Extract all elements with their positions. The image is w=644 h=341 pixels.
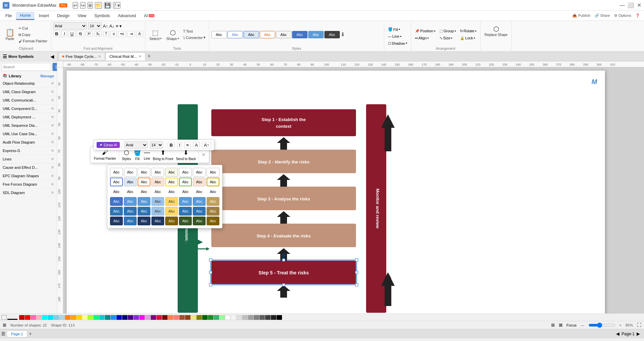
style-cell-2[interactable]: Abc <box>227 31 243 38</box>
line-button[interactable]: — Line ▾ <box>386 33 409 39</box>
sidebar-item-uml-comm[interactable]: UML Communicati...✕ <box>0 96 57 105</box>
ft2-bring-front[interactable]: ⬆ Bring to Front <box>153 149 173 161</box>
ft-font-select[interactable]: Arial <box>124 141 148 149</box>
grid-toggle-button[interactable]: ⊞ <box>3 323 6 328</box>
text-button[interactable]: T Text <box>182 29 207 34</box>
color-cyan-light[interactable] <box>42 315 47 320</box>
close-button[interactable]: ✕ <box>637 2 641 8</box>
color-indigo[interactable] <box>128 315 133 320</box>
color-pink[interactable] <box>31 315 36 320</box>
color-light-gray2[interactable] <box>237 315 242 320</box>
prev-page-button[interactable]: ◀ <box>616 331 619 336</box>
sidebar-item-uml-deployment[interactable]: UML Deployment ...✕ <box>0 113 57 121</box>
page-menu-button[interactable]: ☰ <box>1 331 5 336</box>
subscript-button[interactable]: X₂ <box>94 31 102 36</box>
color-forest[interactable] <box>208 315 213 320</box>
close-five-forces[interactable]: ✕ <box>51 182 54 187</box>
text-size-button[interactable]: T <box>103 31 109 36</box>
color-white[interactable] <box>225 315 230 320</box>
strikethrough-button[interactable]: S <box>77 31 84 37</box>
color-blue[interactable] <box>111 315 116 320</box>
ft2-close[interactable]: ✕ <box>202 152 206 157</box>
ft2-fill[interactable]: 🪣 Fill <box>134 149 141 161</box>
sidebar-item-uml-sequence[interactable]: UML Sequence Dia...✕ <box>0 121 57 130</box>
manage-button[interactable]: Manage <box>40 74 54 78</box>
list-button[interactable]: ≡ <box>110 31 117 37</box>
color-violet[interactable] <box>134 315 139 320</box>
undo-button[interactable]: ↩ <box>73 2 78 9</box>
color-light-blue[interactable] <box>53 315 59 320</box>
color-navy[interactable] <box>122 315 128 320</box>
color-dark-teal[interactable] <box>105 315 110 320</box>
color-sienna[interactable] <box>179 315 185 320</box>
sp-2-8[interactable]: Abc <box>207 178 219 186</box>
sp-6-3[interactable]: Abc <box>138 217 150 225</box>
lock-button[interactable]: 🔒 Lock ▾ <box>458 35 478 41</box>
close-lines[interactable]: ✕ <box>51 157 54 161</box>
sp-3-3[interactable]: Abc <box>138 187 150 196</box>
sp-1-3[interactable]: Abc <box>138 168 150 177</box>
style-cell-7[interactable]: Abc <box>308 31 324 38</box>
color-gray1[interactable] <box>242 315 248 320</box>
color-light-gray1[interactable] <box>231 315 236 320</box>
color-cyan[interactable] <box>48 315 53 320</box>
styles-expand-button[interactable]: ⬇ <box>341 31 345 38</box>
sp-1-8[interactable]: Abc <box>207 168 219 177</box>
sp-4-7[interactable]: Abc <box>193 197 206 206</box>
sidebar-item-uml-component[interactable]: UML Component D...✕ <box>0 105 57 113</box>
connector-button[interactable]: ⤵ Connector ▾ <box>182 35 207 40</box>
shape-button[interactable]: ⬡ Shape▾ <box>164 26 181 43</box>
menu-symbols[interactable]: Symbols <box>91 12 114 20</box>
sp-1-6[interactable]: Abc <box>179 168 192 177</box>
close-uml-component[interactable]: ✕ <box>51 106 54 111</box>
tab-clinical-close[interactable]: ✕ <box>138 54 142 59</box>
color-purple[interactable] <box>151 315 156 320</box>
close-uml-deployment[interactable]: ✕ <box>51 115 54 119</box>
sp-5-8[interactable]: Abc <box>207 207 219 216</box>
color-brown[interactable] <box>185 315 190 320</box>
color-lime[interactable] <box>94 315 99 320</box>
share-button[interactable]: 🔗 Share <box>595 13 610 18</box>
sp-4-6[interactable]: Abc <box>179 197 192 206</box>
style-cell-3[interactable]: Abc <box>244 31 259 38</box>
sp-6-5[interactable]: Abc <box>165 217 178 225</box>
color-gray3[interactable] <box>254 315 259 320</box>
sp-3-1[interactable]: Abc <box>110 187 123 196</box>
sp-4-5[interactable]: Abc <box>165 197 178 206</box>
size-button[interactable]: ⤡ Size ▾ <box>438 35 458 41</box>
publish-button[interactable]: 📤 Publish <box>572 13 590 18</box>
add-tab-button[interactable]: + <box>146 53 152 60</box>
style-cell-8[interactable]: Abc <box>324 31 340 38</box>
sp-5-2[interactable]: Abc <box>124 207 137 216</box>
color-salmon[interactable] <box>174 315 179 320</box>
close-uml-class[interactable]: ✕ <box>51 89 54 94</box>
ft-align-button[interactable]: ≡ <box>184 142 191 148</box>
menu-view[interactable]: View <box>74 12 91 20</box>
sidebar-item-express-g[interactable]: Express-G✕ <box>0 147 57 155</box>
sidebar-collapse-button[interactable]: ◀ <box>50 54 54 59</box>
color-dark-green[interactable] <box>202 315 208 320</box>
add-page-button[interactable]: + <box>29 331 32 337</box>
sp-4-1[interactable]: Abc <box>110 197 123 206</box>
sp-3-7[interactable]: Abc <box>193 187 206 196</box>
sp-3-6[interactable]: Abc <box>179 187 192 196</box>
canvas[interactable]: Communication and Consultation Monitor a… <box>63 67 644 313</box>
font-size-select[interactable]: 1481012161824 <box>88 22 102 30</box>
sidebar-item-cause-effect[interactable]: Cause and Effect D...✕ <box>0 163 57 172</box>
color-yellow-orange[interactable] <box>71 315 76 320</box>
color-orange[interactable] <box>65 315 70 320</box>
menu-insert[interactable]: Insert <box>35 12 53 20</box>
share-dropdown[interactable]: ⤴ ▾ <box>113 2 120 9</box>
tab-five-stage[interactable]: Five Stage Cycle... ✕ <box>59 52 105 61</box>
sp-2-7[interactable]: Abc <box>193 178 206 186</box>
fill-button[interactable]: 🪣 Fill ▾ <box>386 26 409 33</box>
color-green-yellow[interactable] <box>88 315 93 320</box>
search-input[interactable] <box>1 63 51 71</box>
ft-fontsize-up-button[interactable]: A↑ <box>202 142 211 148</box>
sidebar-item-audit-flow[interactable]: Audit Flow Diagram✕ <box>0 138 57 147</box>
sp-5-6[interactable]: Abc <box>179 207 192 216</box>
bullet-button[interactable]: •≡ <box>118 31 126 37</box>
color-dark-blue[interactable] <box>116 315 122 320</box>
decrease-font-button[interactable]: A↓ <box>109 24 114 29</box>
sp-1-4[interactable]: Abc <box>151 168 164 177</box>
